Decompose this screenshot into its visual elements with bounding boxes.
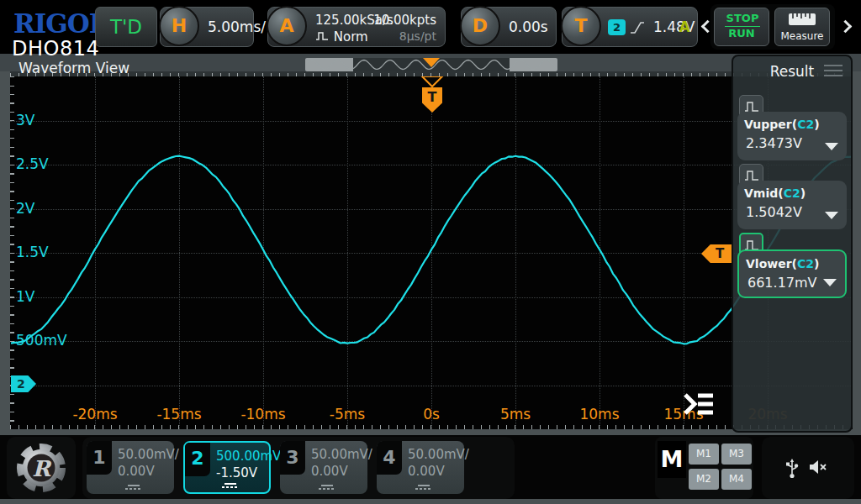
toolbar-scroll-right-icon[interactable]	[839, 20, 853, 34]
rigol-logo: RIGOL	[13, 8, 107, 39]
coupling-icon	[415, 485, 432, 490]
ruler-icon	[788, 13, 816, 26]
channel4-button[interactable]: 4 50.00mV/ 0.00V	[377, 441, 464, 494]
channel1-button[interactable]: 1 50.00mV/ 0.00V	[87, 441, 174, 494]
math4-button[interactable]: M4	[721, 469, 752, 490]
acquire-mode: Norm	[315, 29, 368, 45]
trigger-sweep-mode: A	[679, 18, 690, 35]
channel-number: 2	[185, 443, 210, 476]
delay-value: 0.00s	[509, 18, 548, 35]
measurement-card-vlower[interactable]: Vlower(C2) 661.17mV	[737, 233, 847, 298]
trigger-position-triangle-icon[interactable]	[420, 76, 445, 88]
horizontal-settings-button[interactable]: H 5.00ms/	[160, 7, 254, 47]
math2-button[interactable]: M2	[689, 469, 719, 490]
math-button[interactable]: M	[658, 441, 686, 478]
channel-number: 1	[87, 441, 112, 475]
waveform-preview-strip[interactable]	[305, 58, 557, 71]
horizontal-icon: H	[159, 6, 199, 46]
measurement-value: 661.17mV	[747, 275, 817, 291]
screen-bottom-edge	[0, 499, 861, 504]
x-axis-label: -20ms	[57, 406, 133, 423]
delay-settings-button[interactable]: D 0.00s	[461, 7, 557, 47]
chevron-down-icon[interactable]	[825, 143, 838, 150]
expand-menu-icon[interactable]	[681, 389, 716, 419]
measurement-label: Vlower(C2)	[746, 257, 819, 270]
y-axis-label: 1.5V	[16, 244, 49, 260]
rigol-menu-button[interactable]: R	[7, 437, 76, 499]
y-axis-label: 1V	[16, 288, 34, 305]
channel3-button[interactable]: 3 50.00mV/ 0.00V	[280, 441, 367, 494]
channel-offset: -1.50V	[216, 465, 257, 480]
x-axis-label: 0s	[394, 406, 469, 423]
time-per-point-value: 8µs/pt	[399, 29, 436, 43]
rising-edge-icon	[629, 19, 646, 36]
measure-label: Measure	[775, 30, 829, 42]
math3-button[interactable]: M3	[721, 444, 752, 465]
math1-button[interactable]: M1	[689, 444, 719, 465]
run-label: RUN	[715, 27, 769, 39]
svg-text:R: R	[32, 455, 52, 481]
x-axis-label: 10ms	[562, 406, 637, 423]
graticule: 3V 2.5V 2V 1.5V 1V 500mV -20ms -15ms -10…	[10, 76, 853, 429]
channel-scale: 500.00mV/	[216, 449, 285, 464]
acquire-settings-button[interactable]: A 125.00kSa/s Norm 10.00kpts 8µs/pt	[267, 7, 446, 47]
channel2-button[interactable]: 2 500.00mV/ -1.50V	[183, 441, 271, 494]
channel-number: 3	[280, 441, 305, 475]
channel-scale: 50.00mV/	[311, 447, 372, 462]
preview-trigger-position-icon	[423, 58, 440, 67]
pulse-icon	[315, 30, 330, 41]
speaker-muted-icon[interactable]	[809, 459, 829, 475]
view-title: Waveform View	[18, 60, 129, 76]
gear-logo-icon: R	[15, 441, 67, 495]
y-axis-label: 2.5V	[16, 155, 49, 172]
timebase-value: 5.00ms/	[208, 18, 266, 35]
channel-button-group: 1 50.00mV/ 0.00V 2 500.00mV/ -1.50V 3 50…	[82, 437, 515, 499]
acquire-icon: A	[267, 6, 307, 46]
pulse-icon	[744, 169, 759, 181]
x-axis-label: -10ms	[225, 406, 301, 423]
oscilloscope-screen: RIGOL T'D H 5.00ms/ A 125.00kSa/s Norm 1…	[0, 0, 861, 504]
x-axis-label: 5ms	[478, 406, 553, 423]
measurement-label: Vmid(C2)	[744, 186, 806, 200]
bottom-toolbar: R 1 50.00mV/ 0.00V 2 500.00mV/ -1.50V 3 …	[0, 435, 861, 504]
channel-number: 4	[377, 441, 402, 475]
result-menu-icon[interactable]	[824, 65, 843, 80]
toolbar-button-cluster: STOP RUN Measure	[710, 4, 835, 50]
model-label: DHO814	[12, 37, 99, 60]
channel-scale: 50.00mV/	[118, 447, 179, 462]
measurement-card-vmid[interactable]: Vmid(C2) 1.5042V	[737, 164, 847, 229]
channel-offset: 0.00V	[311, 464, 348, 479]
y-axis-label: 500mV	[16, 332, 67, 349]
y-axis-label: 2V	[16, 200, 34, 217]
memory-depth-value: 10.00kpts	[373, 13, 436, 28]
chevron-down-icon[interactable]	[823, 279, 837, 286]
trigger-status-badge[interactable]: T'D	[95, 7, 157, 47]
status-icon-group	[762, 437, 854, 499]
channel-scale: 50.00mV/	[408, 447, 469, 462]
coupling-icon	[319, 485, 335, 490]
stop-run-button[interactable]: STOP RUN	[714, 8, 769, 46]
usb-icon	[785, 459, 799, 479]
coupling-icon	[222, 483, 239, 488]
coupling-icon	[125, 485, 142, 490]
y-axis-label: 3V	[16, 112, 34, 129]
trigger-settings-button[interactable]: T 2 1.48V A	[562, 7, 698, 47]
math-button-group: M M1 M3 M2 M4	[655, 437, 753, 499]
measurement-value: 1.5042V	[746, 204, 802, 220]
measurement-label: Vupper(C2)	[744, 118, 820, 131]
x-axis-label: -15ms	[141, 406, 217, 423]
channel-offset: 0.00V	[408, 464, 445, 479]
pulse-icon	[744, 100, 759, 113]
measurement-value: 2.3473V	[746, 135, 802, 151]
trigger-source-badge: 2	[608, 19, 626, 35]
delay-icon: D	[460, 6, 500, 46]
channel-offset: 0.00V	[118, 464, 155, 479]
x-axis-label: -5ms	[309, 406, 385, 423]
top-toolbar: RIGOL T'D H 5.00ms/ A 125.00kSa/s Norm 1…	[0, 0, 861, 54]
chevron-down-icon[interactable]	[825, 212, 838, 219]
trigger-icon: T	[561, 6, 601, 46]
measure-button[interactable]: Measure	[774, 8, 830, 46]
stop-label: STOP	[725, 12, 760, 27]
measure-result-panel: Result Vupper(C2) 2.3473V Vmid(C2) 1.504…	[732, 55, 853, 433]
measurement-card-vupper[interactable]: Vupper(C2) 2.3473V	[737, 95, 847, 160]
